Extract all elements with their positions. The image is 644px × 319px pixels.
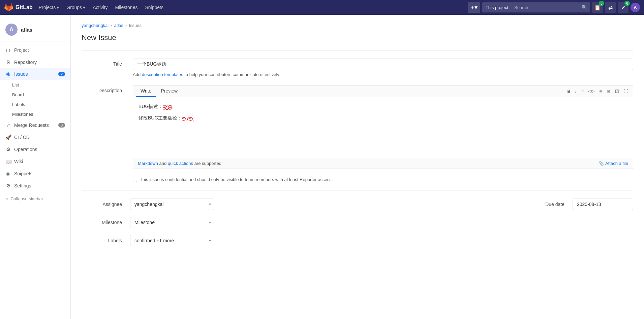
description-editor[interactable]: BUG描述：xxxx 修改BUG主要途径：yyyyy: [133, 97, 633, 158]
editor-footer: Markdown and quick actions are supported…: [133, 158, 633, 169]
nav-snippets[interactable]: Snippets: [142, 3, 166, 12]
due-date-input[interactable]: [573, 199, 633, 210]
sidebar-item-issues[interactable]: ◉ Issues 2: [0, 68, 70, 80]
nav-right: +▾ This project 🔍 📋 6 ⇄ ✔ 6 A: [468, 2, 640, 13]
nav-projects[interactable]: Projects ▾: [35, 3, 63, 12]
merge-request-icon-button[interactable]: ⇄: [605, 2, 616, 13]
repository-icon: ⎘: [5, 59, 11, 65]
checklist-button[interactable]: ☑: [613, 87, 621, 95]
cicd-icon: 🚀: [5, 134, 11, 140]
main-layout: A atlas ◻ Project ⎘ Repository ◉ Issues …: [0, 15, 644, 319]
sidebar-item-snippets[interactable]: ◈ Snippets: [0, 168, 70, 180]
breadcrumb-separator: ›: [125, 23, 127, 28]
breadcrumb: yangchengkai › atlas › Issues: [82, 23, 633, 28]
breadcrumb-user[interactable]: yangchengkai: [82, 23, 109, 28]
confidential-checkbox[interactable]: [133, 178, 137, 182]
description-line1: BUG描述：xxxx: [139, 103, 627, 110]
labels-select[interactable]: confirmed +1 more: [130, 235, 214, 246]
attach-file-button[interactable]: 📎 Attach a file: [599, 161, 628, 166]
nav-groups[interactable]: Groups ▾: [63, 3, 89, 12]
editor-toolbar: B I ❝ </> ≡ ⊟ ☑ ⛶: [565, 87, 630, 95]
sidebar-menu: ◻ Project ⎘ Repository ◉ Issues 2 List B…: [0, 41, 70, 192]
sidebar-item-merge-requests[interactable]: ⤢ Merge Requests 0: [0, 119, 70, 131]
sidebar-bottom: « Collapse sidebar: [0, 192, 70, 205]
sidebar-item-board[interactable]: Board: [0, 90, 70, 100]
description-form-control: Write Preview B I ❝ </> ≡ ⊟ ☑: [133, 85, 633, 169]
italic-button[interactable]: I: [573, 87, 579, 95]
user-avatar[interactable]: A: [631, 3, 640, 12]
description-templates-link[interactable]: description templates: [142, 72, 183, 77]
editor-tabs: Write Preview B I ❝ </> ≡ ⊟ ☑: [133, 85, 633, 97]
search-icon[interactable]: 🔍: [579, 2, 590, 12]
fullscreen-button[interactable]: ⛶: [622, 87, 630, 95]
milestone-select-wrapper: Milestone ▾: [130, 217, 214, 228]
nav-activity[interactable]: Activity: [89, 3, 111, 12]
tab-write[interactable]: Write: [136, 85, 156, 97]
sidebar-item-project[interactable]: ◻ Project: [0, 44, 70, 56]
template-hint: Add description templates to help your c…: [133, 72, 633, 77]
sidebar-item-list[interactable]: List: [0, 80, 70, 90]
settings-icon: ⚙: [5, 183, 11, 189]
bullet-list-button[interactable]: ≡: [597, 87, 604, 95]
breadcrumb-separator: ›: [111, 23, 112, 28]
book-icon-button[interactable]: 📋 6: [592, 2, 603, 13]
sidebar: A atlas ◻ Project ⎘ Repository ◉ Issues …: [0, 15, 71, 319]
assignee-select[interactable]: yangchengkai: [130, 199, 214, 210]
operations-icon: ⚙: [5, 146, 11, 152]
mr-count-badge: 0: [58, 123, 65, 128]
sidebar-item-repository[interactable]: ⎘ Repository: [0, 56, 70, 68]
paperclip-icon: 📎: [599, 161, 604, 166]
tab-preview[interactable]: Preview: [156, 85, 182, 97]
bold-button[interactable]: B: [565, 87, 573, 95]
brand[interactable]: GitLab: [4, 3, 33, 12]
description-line2: 修改BUG主要途径：yyyyy: [139, 114, 627, 121]
quote-button[interactable]: ❝: [579, 87, 586, 95]
nav-milestones[interactable]: Milestones: [112, 3, 141, 12]
ordered-list-button[interactable]: ⊟: [605, 87, 612, 95]
code-button[interactable]: </>: [586, 87, 597, 95]
sidebar-item-operations[interactable]: ⚙ Operations: [0, 143, 70, 155]
sidebar-item-settings[interactable]: ⚙ Settings: [0, 180, 70, 192]
search-input[interactable]: [512, 2, 579, 12]
sidebar-item-labels[interactable]: Labels: [0, 100, 70, 109]
project-name: atlas: [21, 27, 32, 33]
title-input[interactable]: [133, 59, 633, 70]
milestone-label: Milestone: [82, 220, 122, 225]
description-label: Description: [82, 85, 122, 169]
due-date-group: Due date: [545, 199, 633, 210]
new-item-button[interactable]: +▾: [468, 2, 480, 13]
due-date-label: Due date: [545, 202, 564, 207]
chevron-down-icon: ▾: [83, 5, 85, 10]
snippets-icon: ◈: [5, 171, 11, 177]
chevron-down-icon: ▾: [57, 5, 59, 10]
title-label: Title: [82, 59, 122, 77]
sidebar-item-milestones[interactable]: Milestones: [0, 109, 70, 119]
editor-wrapper: Write Preview B I ❝ </> ≡ ⊟ ☑: [133, 85, 633, 169]
search-wrapper: This project 🔍: [482, 2, 590, 12]
markdown-link[interactable]: Markdown: [138, 161, 158, 166]
issues-count-badge: 2: [58, 72, 65, 76]
project-icon: ◻: [5, 47, 11, 53]
confidential-section: This issue is confidential and should on…: [82, 177, 633, 182]
assignee-label: Assignee: [82, 202, 122, 207]
title-section: Title Add description templates to help …: [82, 59, 633, 77]
milestone-row: Milestone Milestone ▾: [82, 217, 633, 228]
wiki-icon: 📖: [5, 158, 11, 165]
todos-icon-button[interactable]: ✔ 6: [618, 2, 628, 13]
page-title: New Issue: [82, 33, 633, 42]
sidebar-project-header: A atlas: [0, 20, 70, 41]
collapse-sidebar-button[interactable]: « Collapse sidebar: [0, 192, 70, 205]
quick-actions-link[interactable]: quick actions: [168, 161, 193, 166]
brand-name: GitLab: [16, 4, 33, 10]
milestone-select[interactable]: Milestone: [130, 217, 214, 228]
breadcrumb-current: Issues: [129, 23, 142, 28]
search-scope-button[interactable]: This project: [482, 2, 512, 12]
assignee-due-date-row: Assignee yangchengkai ▾ Due date: [82, 199, 633, 210]
gitlab-logo-icon: [4, 3, 13, 12]
sidebar-item-cicd[interactable]: 🚀 CI / CD: [0, 131, 70, 143]
confidential-label[interactable]: This issue is confidential and should on…: [133, 177, 633, 182]
sidebar-item-wiki[interactable]: 📖 Wiki: [0, 155, 70, 168]
breadcrumb-project[interactable]: atlas: [114, 23, 123, 28]
todos-badge: 6: [624, 1, 630, 6]
nav-menu: Projects ▾ Groups ▾ Activity Milestones …: [35, 3, 466, 12]
